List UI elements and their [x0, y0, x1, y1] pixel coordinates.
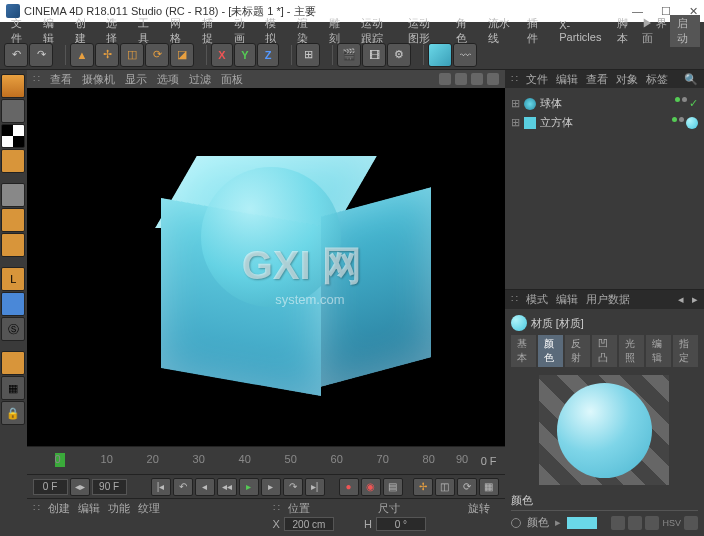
- menu-plugins[interactable]: 插件: [520, 15, 550, 47]
- mat-tab-illum[interactable]: 光照: [619, 335, 644, 367]
- color-swatch[interactable]: [567, 517, 597, 529]
- om-file[interactable]: 文件: [526, 72, 548, 87]
- attr-nav-fwd[interactable]: ▸: [692, 293, 698, 306]
- move-tool[interactable]: ✢: [95, 43, 119, 67]
- color-grid-icon[interactable]: [628, 516, 642, 530]
- rot-key[interactable]: ⟳: [457, 478, 477, 496]
- prev-key[interactable]: ↶: [173, 478, 193, 496]
- viewport-solo[interactable]: [1, 292, 25, 316]
- vp-nav-1[interactable]: [439, 73, 451, 85]
- key-options[interactable]: ▤: [383, 478, 403, 496]
- color-param-toggle[interactable]: [511, 518, 521, 528]
- vp-options[interactable]: 选项: [157, 72, 179, 87]
- vp-filter[interactable]: 过滤: [189, 72, 211, 87]
- scale-key[interactable]: ◫: [435, 478, 455, 496]
- viewport[interactable]: GXI 网 system.com: [27, 88, 505, 446]
- material-tag-icon[interactable]: [686, 117, 698, 129]
- z-axis-toggle[interactable]: Z: [257, 43, 279, 67]
- vp-display[interactable]: 显示: [125, 72, 147, 87]
- next-key[interactable]: ↷: [283, 478, 303, 496]
- h-rot-input[interactable]: [376, 517, 426, 531]
- timeline[interactable]: 0 10 20 30 40 50 60 70 80 90 0 F: [27, 446, 505, 474]
- attr-edit[interactable]: 编辑: [556, 292, 578, 307]
- x-axis-toggle[interactable]: X: [211, 43, 233, 67]
- polygon-mode[interactable]: [1, 233, 25, 257]
- color-swatches-icon[interactable]: [684, 516, 698, 530]
- spline-tool[interactable]: 〰: [453, 43, 477, 67]
- redo-button[interactable]: ↷: [29, 43, 53, 67]
- tree-item-sphere[interactable]: ⊞ 球体 ✓: [511, 94, 698, 113]
- vp-camera[interactable]: 摄像机: [82, 72, 115, 87]
- texture-mode[interactable]: [1, 124, 25, 148]
- prev-frame[interactable]: ◂: [195, 478, 215, 496]
- play-back[interactable]: ◂◂: [217, 478, 237, 496]
- bp-create[interactable]: 创建: [48, 501, 70, 516]
- snap-toggle[interactable]: Ⓢ: [1, 317, 25, 341]
- lastused-tool[interactable]: ◪: [170, 43, 194, 67]
- menu-script[interactable]: 脚本: [610, 15, 640, 47]
- om-view[interactable]: 查看: [586, 72, 608, 87]
- tree-item-cube[interactable]: ⊞ 立方体: [511, 113, 698, 132]
- object-tree[interactable]: ⊞ 球体 ✓ ⊞ 立方体: [505, 88, 704, 172]
- vp-panel[interactable]: 面板: [221, 72, 243, 87]
- point-mode[interactable]: [1, 183, 25, 207]
- next-frame[interactable]: ▸: [261, 478, 281, 496]
- attr-mode[interactable]: 模式: [526, 292, 548, 307]
- enable-axis[interactable]: L: [1, 267, 25, 291]
- render-view[interactable]: 🎬: [337, 43, 361, 67]
- attr-user[interactable]: 用户数据: [586, 292, 630, 307]
- y-axis-toggle[interactable]: Y: [234, 43, 256, 67]
- menu-layout-startup[interactable]: 启动: [670, 15, 700, 47]
- end-frame-input[interactable]: [92, 479, 127, 495]
- bp-size-hdr: 尺寸: [378, 501, 400, 516]
- om-search-icon[interactable]: 🔍: [684, 73, 698, 86]
- mat-tab-editor[interactable]: 编辑: [646, 335, 671, 367]
- range-prev[interactable]: ◂▸: [70, 478, 90, 496]
- model-mode[interactable]: [1, 74, 25, 98]
- color-list-icon[interactable]: [645, 516, 659, 530]
- soft-select[interactable]: [1, 351, 25, 375]
- play-forward[interactable]: ▸: [239, 478, 259, 496]
- render-settings[interactable]: ⚙: [387, 43, 411, 67]
- mat-tab-basic[interactable]: 基本: [511, 335, 536, 367]
- material-preview[interactable]: [539, 375, 669, 485]
- vp-nav-3[interactable]: [471, 73, 483, 85]
- primitive-cube-icon[interactable]: [428, 43, 452, 67]
- record-key[interactable]: ●: [339, 478, 359, 496]
- menu-xparticles[interactable]: X-Particles: [552, 18, 608, 44]
- om-edit[interactable]: 编辑: [556, 72, 578, 87]
- pos-key[interactable]: ✢: [413, 478, 433, 496]
- object-mode[interactable]: [1, 99, 25, 123]
- workplane-mode[interactable]: [1, 149, 25, 173]
- goto-end[interactable]: ▸|: [305, 478, 325, 496]
- mat-tab-reflect[interactable]: 反射: [565, 335, 590, 367]
- start-frame-input[interactable]: [33, 479, 68, 495]
- color-picker-icon[interactable]: [611, 516, 625, 530]
- mat-tab-assign[interactable]: 指定: [673, 335, 698, 367]
- render-picture[interactable]: 🎞: [362, 43, 386, 67]
- bp-tex[interactable]: 纹理: [138, 501, 160, 516]
- deformer-icon[interactable]: ▦: [1, 376, 25, 400]
- mat-tab-color[interactable]: 颜色: [538, 335, 563, 367]
- lock-icon[interactable]: 🔒: [1, 401, 25, 425]
- attr-nav-back[interactable]: ◂: [678, 293, 684, 306]
- coord-system[interactable]: ⊞: [296, 43, 320, 67]
- vp-nav-2[interactable]: [455, 73, 467, 85]
- undo-button[interactable]: ↶: [4, 43, 28, 67]
- vp-nav-4[interactable]: [487, 73, 499, 85]
- scale-tool[interactable]: ◫: [120, 43, 144, 67]
- bp-func[interactable]: 功能: [108, 501, 130, 516]
- om-tags[interactable]: 标签: [646, 72, 668, 87]
- select-tool[interactable]: ▲: [70, 43, 94, 67]
- goto-start[interactable]: |◂: [151, 478, 171, 496]
- mat-tab-bump[interactable]: 凹凸: [592, 335, 617, 367]
- menu-pipeline[interactable]: 流水线: [481, 15, 519, 47]
- om-object[interactable]: 对象: [616, 72, 638, 87]
- autokey[interactable]: ◉: [361, 478, 381, 496]
- x-size-input[interactable]: [284, 517, 334, 531]
- edge-mode[interactable]: [1, 208, 25, 232]
- rotate-tool[interactable]: ⟳: [145, 43, 169, 67]
- param-key[interactable]: ▦: [479, 478, 499, 496]
- bp-edit[interactable]: 编辑: [78, 501, 100, 516]
- vp-view[interactable]: 查看: [50, 72, 72, 87]
